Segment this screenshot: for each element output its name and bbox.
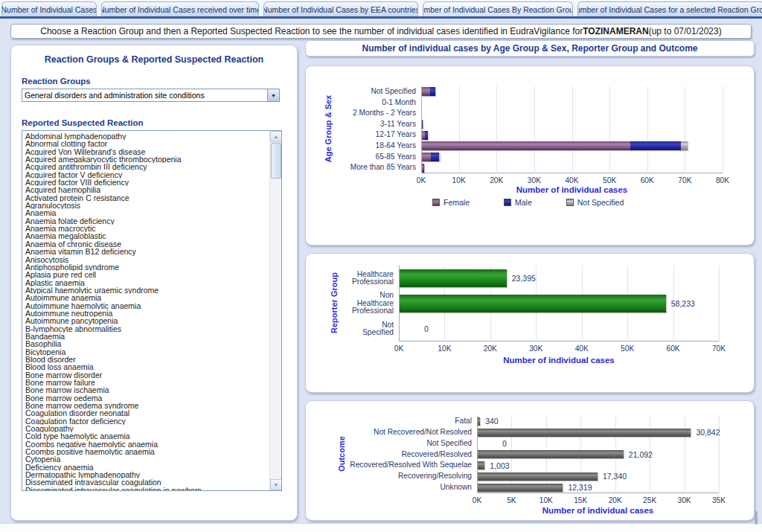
scroll-up-button[interactable]: ▲ bbox=[270, 131, 282, 142]
reaction-list-item[interactable]: Disseminated intravascular coagulation i… bbox=[22, 487, 269, 491]
reaction-list-item[interactable]: Coagulation factor deficiency bbox=[22, 417, 269, 425]
reaction-list-item[interactable]: Coombs negative haemolytic anaemia bbox=[22, 440, 269, 448]
tab-4[interactable]: Number of Individual Cases By Reaction G… bbox=[423, 1, 573, 16]
reaction-list-item[interactable]: Acquired factor VIII deficiency bbox=[22, 179, 269, 186]
bar-segment-male[interactable] bbox=[431, 153, 439, 161]
reaction-list-item[interactable]: Acquired Von Willebrand's disease bbox=[22, 148, 269, 156]
reaction-list-item[interactable]: Antiphospholipid syndrome bbox=[22, 263, 269, 271]
reaction-list-item[interactable]: Cold type haemolytic anaemia bbox=[22, 432, 269, 440]
tab-bar: Number of Individual CasesNumber of Indi… bbox=[0, 0, 762, 16]
reaction-list-item[interactable]: Disseminated intravascular coagulation bbox=[22, 478, 269, 486]
bar[interactable] bbox=[478, 450, 624, 458]
x-axis-tick-label: 10K bbox=[531, 496, 561, 504]
reaction-list-item[interactable]: Acquired haemophilia bbox=[22, 186, 269, 193]
chart-legend: FemaleMaleNot Specified bbox=[432, 198, 624, 207]
reaction-list-item[interactable]: Abnormal clotting factor bbox=[22, 140, 269, 147]
reaction-list-item[interactable]: Dermatopathic lymphadenopathy bbox=[22, 471, 269, 478]
reaction-list-item[interactable]: Anisocytosis bbox=[22, 256, 269, 263]
reaction-list-item[interactable]: Coombs positive haemolytic anaemia bbox=[22, 448, 269, 455]
page-scrollbar-fragment[interactable] bbox=[755, 511, 758, 525]
reported-reaction-listbox[interactable]: Abdominal lymphadenopathyAbnormal clotti… bbox=[22, 130, 282, 491]
outcome-chart-panel: 0K5K10K15K20K25K30K35KFatal340Not Recove… bbox=[305, 400, 755, 521]
reaction-list-item[interactable]: Autoimmune neutropenia bbox=[22, 310, 269, 317]
reaction-list-item[interactable]: Anaemia folate deficiency bbox=[22, 217, 269, 225]
bar-segment-male[interactable] bbox=[430, 87, 435, 96]
y-axis-title: Reporter Group bbox=[330, 265, 339, 341]
bar[interactable] bbox=[478, 417, 480, 426]
reaction-list-item[interactable]: Abdominal lymphadenopathy bbox=[22, 132, 269, 140]
reaction-list-item[interactable]: Autoimmune pancytopenia bbox=[22, 317, 269, 324]
reaction-list-item[interactable]: Bone marrow oedema bbox=[22, 394, 269, 402]
y-axis-category-label: Not Recovered/Not Resolved bbox=[306, 427, 472, 438]
reaction-group-dropdown[interactable]: General disorders and administration sit… bbox=[22, 89, 280, 102]
bar[interactable] bbox=[478, 484, 563, 492]
reaction-list-item[interactable]: Activated protein C resistance bbox=[22, 194, 269, 202]
bar-segment-female[interactable] bbox=[422, 141, 630, 150]
listbox-scrollbar[interactable]: ▲ ▼ bbox=[269, 131, 281, 490]
y-axis-title: Outcome bbox=[337, 415, 346, 493]
reaction-list-item[interactable]: Autoimmune haemolytic anaemia bbox=[22, 302, 269, 310]
banner-text-suffix: (up to 07/01/2023) bbox=[649, 26, 722, 36]
reaction-list-item[interactable]: Acquired factor V deficiency bbox=[22, 171, 269, 179]
reaction-list-item[interactable]: Blood loss anaemia bbox=[22, 363, 269, 371]
reaction-list-item[interactable]: Blood disorder bbox=[22, 356, 269, 363]
bar[interactable] bbox=[478, 472, 598, 481]
reaction-list-item[interactable]: Anaemia of chronic disease bbox=[22, 240, 269, 248]
x-axis-tick-label: 0K bbox=[462, 496, 492, 504]
bar-segment-male[interactable] bbox=[630, 141, 681, 150]
reaction-list-item[interactable]: Anaemia vitamin B12 deficiency bbox=[22, 248, 269, 255]
reaction-list-item[interactable]: Autoimmune anaemia bbox=[22, 294, 269, 301]
y-axis-category-label: Unknown bbox=[306, 482, 472, 493]
reaction-list-item[interactable]: Acquired amegakaryocytic thrombocytopeni… bbox=[22, 156, 269, 163]
bar-segment-male[interactable] bbox=[425, 131, 429, 140]
banner-text-prefix: Choose a Reaction Group and then a Repor… bbox=[40, 26, 583, 36]
bar-segment-male[interactable] bbox=[423, 164, 424, 173]
x-axis-tick-label: 0K bbox=[406, 176, 436, 185]
reaction-list-item[interactable]: Aplastic anaemia bbox=[22, 279, 269, 286]
reaction-list-item[interactable]: Basophilia bbox=[22, 340, 269, 347]
bar-value-label: 12,319 bbox=[568, 482, 592, 493]
bar-segment-female[interactable] bbox=[422, 87, 430, 96]
reaction-list-item[interactable]: Cytopenia bbox=[22, 455, 269, 463]
bar-value-label: 1,003 bbox=[490, 460, 509, 471]
reaction-list-item[interactable]: Atypical haemolytic uraemic syndrome bbox=[22, 286, 269, 294]
bar-segment-male[interactable] bbox=[422, 120, 423, 129]
dropdown-button[interactable]: ▼ bbox=[267, 89, 279, 101]
reaction-list-item[interactable]: Aplasia pure red cell bbox=[22, 271, 269, 278]
tab-3[interactable]: Number of Individual Cases by EEA countr… bbox=[263, 1, 418, 16]
bar[interactable] bbox=[400, 295, 666, 313]
x-axis-title: Number of individual cases bbox=[477, 506, 719, 515]
reaction-list-item[interactable]: Bandaemia bbox=[22, 333, 269, 340]
y-axis-category-label: 0-1 Month bbox=[306, 97, 416, 109]
reaction-list-item[interactable]: Bicytopenia bbox=[22, 348, 269, 356]
reaction-list-item[interactable]: Bone marrow failure bbox=[22, 379, 269, 386]
bar-segment-notspec[interactable] bbox=[681, 141, 688, 150]
reaction-list-item[interactable]: Bone marrow oedema syndrome bbox=[22, 402, 269, 409]
scroll-down-button[interactable]: ▼ bbox=[270, 479, 282, 490]
gridline bbox=[534, 86, 535, 173]
reaction-list-item[interactable]: Anaemia macrocytic bbox=[22, 225, 269, 232]
x-axis-tick-label: 40K bbox=[567, 344, 597, 353]
bar[interactable] bbox=[478, 429, 691, 437]
tab-5[interactable]: Number of Individual Cases for a selecte… bbox=[577, 1, 762, 16]
scrollbar-thumb[interactable] bbox=[271, 143, 281, 179]
reaction-list-item[interactable]: Bone marrow ischaemia bbox=[22, 386, 269, 394]
reaction-groups-label: Reaction Groups bbox=[22, 77, 91, 86]
bar[interactable] bbox=[400, 269, 507, 287]
reaction-list-item[interactable]: Coagulation disorder neonatal bbox=[22, 409, 269, 417]
bar[interactable] bbox=[478, 461, 484, 469]
reaction-list-item[interactable]: Acquired antithrombin III deficiency bbox=[22, 163, 269, 170]
bar-segment-female[interactable] bbox=[422, 153, 431, 161]
reaction-list-item[interactable]: Coagulopathy bbox=[22, 425, 269, 432]
legend-item: Female bbox=[432, 198, 470, 207]
reaction-list-item[interactable]: Anaemia megaloblastic bbox=[22, 232, 269, 240]
reaction-list-item[interactable]: Agranulocytosis bbox=[22, 202, 269, 209]
reaction-list-item[interactable]: Anaemia bbox=[22, 209, 269, 217]
tab-2[interactable]: Number of Individual Cases received over… bbox=[101, 1, 259, 16]
x-axis-tick-label: 70K bbox=[704, 344, 734, 353]
bar-segment-notspec[interactable] bbox=[439, 153, 440, 161]
reaction-list-item[interactable]: B-lymphocyte abnormalities bbox=[22, 325, 269, 333]
reaction-list-item[interactable]: Bone marrow disorder bbox=[22, 371, 269, 379]
tab-1[interactable]: Number of Individual Cases bbox=[1, 1, 97, 16]
reaction-list-item[interactable]: Deficiency anaemia bbox=[22, 464, 269, 471]
